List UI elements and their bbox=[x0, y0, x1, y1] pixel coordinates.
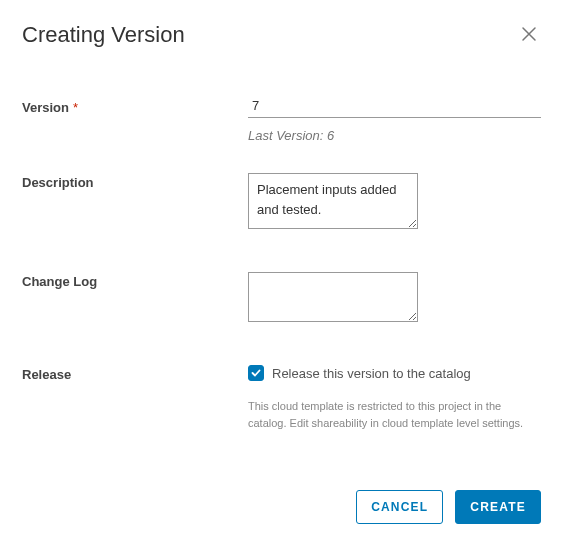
version-input[interactable] bbox=[248, 98, 541, 118]
release-checkbox-label[interactable]: Release this version to the catalog bbox=[272, 366, 471, 381]
release-helper-text: This cloud template is restricted to thi… bbox=[248, 392, 541, 431]
release-checkbox-line: Release this version to the catalog bbox=[248, 365, 541, 381]
description-textarea[interactable] bbox=[248, 173, 418, 229]
release-row: Release Release this version to the cata… bbox=[22, 365, 541, 382]
close-icon bbox=[521, 26, 537, 42]
changelog-textarea[interactable] bbox=[248, 272, 418, 322]
release-helper-row: This cloud template is restricted to thi… bbox=[22, 392, 541, 431]
version-field bbox=[248, 98, 541, 118]
version-row: Version* bbox=[22, 98, 541, 118]
changelog-row: Change Log bbox=[22, 272, 541, 325]
required-asterisk: * bbox=[73, 100, 78, 115]
create-button[interactable]: CREATE bbox=[455, 490, 541, 524]
description-label: Description bbox=[22, 173, 248, 190]
dialog-header: Creating Version bbox=[22, 22, 541, 48]
last-version-text: Last Version: 6 bbox=[248, 128, 334, 143]
version-label: Version* bbox=[22, 98, 248, 115]
last-version-row: Last Version: 6 bbox=[22, 128, 541, 143]
close-button[interactable] bbox=[517, 22, 541, 46]
changelog-label: Change Log bbox=[22, 272, 248, 289]
version-label-text: Version bbox=[22, 100, 69, 115]
release-checkbox[interactable] bbox=[248, 365, 264, 381]
cancel-button[interactable]: CANCEL bbox=[356, 490, 443, 524]
dialog-footer: CANCEL CREATE bbox=[22, 478, 541, 524]
description-row: Description bbox=[22, 173, 541, 232]
release-label: Release bbox=[22, 365, 248, 382]
check-icon bbox=[251, 368, 261, 378]
dialog-title: Creating Version bbox=[22, 22, 185, 48]
form-area: Version* Last Version: 6 Description Cha… bbox=[22, 98, 541, 478]
